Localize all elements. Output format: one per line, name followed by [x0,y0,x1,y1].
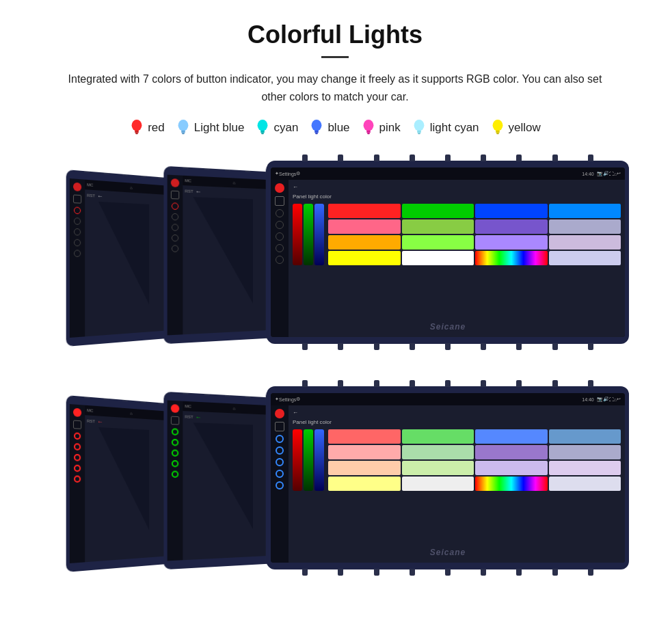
bot-cell-r1c3[interactable] [475,429,548,444]
notch [374,380,379,387]
bot-cell-r1c1[interactable] [328,429,401,444]
cell-r3c4[interactable] [549,235,621,250]
color-item-pink: pink [361,119,401,137]
bot-back-arrow[interactable]: ← [293,410,298,416]
icon-a5 [172,245,178,252]
cell-r1c4[interactable] [549,204,621,218]
cell-r2c4[interactable] [549,219,621,234]
bot-cell-r3c3[interactable] [475,461,548,475]
nav-btn-1[interactable] [276,209,284,217]
bulb-icon-pink [361,119,376,137]
notch-b [516,569,522,576]
bot-home-btn[interactable] [275,422,284,431]
cell-r1c1[interactable] [328,204,401,218]
cell-r3c2[interactable] [402,235,474,250]
bot-cell-r1c2[interactable] [402,429,474,444]
cell-r1c2[interactable] [402,204,474,218]
notch [445,155,451,161]
cell-r1c3[interactable] [475,204,548,218]
device-screen-1: MC ⌂ Set. RST ← [70,178,174,338]
cell-r2c2[interactable] [402,219,474,234]
nav-btn-2[interactable] [276,221,284,229]
bot-icon-c1 [74,433,81,440]
color-item-blue: blue [309,119,349,137]
svg-point-6 [258,120,268,131]
bottom-device-row: MC ⌂ Set. RST ← [27,383,643,588]
notch-b [374,569,379,576]
home-btn[interactable] [275,196,284,206]
bot-cell-r2c2[interactable] [402,445,474,459]
panel-light-label: Panel light color [293,193,621,200]
cell-r4c2[interactable] [402,251,474,265]
power-btn[interactable] [275,183,284,193]
notch-b [302,343,308,350]
bot-front-main: ← Panel light color [289,405,625,563]
cell-r3c3[interactable] [475,235,548,250]
nav-btn-5[interactable] [276,256,284,264]
back-arrow-main[interactable]: ← [293,184,298,190]
bot-main-1: MC ⌂ Set. RST ← [85,405,174,563]
bot-cell-r2c1[interactable] [328,445,401,459]
svg-point-3 [178,120,188,131]
bot-nav-3[interactable] [276,458,284,466]
bot-nav-4[interactable] [276,470,284,478]
cell-r3c1[interactable] [328,235,401,250]
bulb-icon-cyan [255,119,270,137]
cell-r4c3[interactable] [475,251,548,265]
svg-point-18 [492,120,502,131]
bot-nav-1[interactable] [276,435,284,443]
page-container: Colorful Lights Integrated with 7 colors… [0,0,670,615]
front-status-bar: ✦ Settings ⚙ 14:40 📷 🔊 ⛶ ⌂ ↩ [271,167,625,180]
bot-cell-r4c4[interactable] [549,477,621,491]
front-screen-top: ✦ Settings ⚙ 14:40 📷 🔊 ⛶ ⌂ ↩ [271,167,625,337]
color-label-yellow: yellow [509,121,541,135]
color-item-yellow: yellow [490,119,541,137]
color-label-pink: pink [379,121,401,135]
sidebar-2 [168,175,183,336]
bot-cell-r2c3[interactable] [475,445,548,459]
bot-nav-5[interactable] [276,481,284,489]
cell-r4c1[interactable] [328,251,401,265]
cell-r4c4[interactable] [549,251,621,265]
bulb-icon-yellow [490,119,505,137]
notch-b [302,569,308,576]
bot-cell-r4c1[interactable] [328,477,401,491]
top-device-row: MC ⌂ Set. RST ← [27,157,643,362]
perspective-triangle [98,202,149,307]
bot-cell-r2c4[interactable] [549,445,621,459]
notch [140,396,145,403]
bot-p2 [171,404,179,413]
bot-cell-r3c4[interactable] [549,461,621,475]
bot-icon-c3 [74,454,81,461]
bot-cell-r1c4[interactable] [549,429,621,444]
svg-point-9 [312,120,322,131]
bot-icon-h1 [73,420,81,429]
notch [338,380,343,387]
back-2: ← [196,188,202,196]
triangle-2 [193,197,253,305]
nav-btn-4[interactable] [276,244,284,252]
cell-r2c1[interactable] [328,219,401,234]
notch [140,170,145,177]
nav-btn-3[interactable] [276,232,284,241]
cell-r2c3[interactable] [475,219,548,234]
notch [103,170,109,174]
bot-cell-r4c2[interactable] [402,477,474,491]
bot-cell-r3c1[interactable] [328,461,401,475]
bot-nav-2[interactable] [276,446,284,455]
bot-cell-r3c2[interactable] [402,461,474,475]
bot-cell-r4c3[interactable] [475,477,548,491]
bk-bot: ↩ [617,397,621,402]
icon-power-2 [171,178,179,187]
bot-power-btn[interactable] [275,409,284,418]
palette-area-top [293,204,621,265]
svg-rect-4 [181,131,185,133]
svg-point-15 [414,120,424,131]
bulb-icon-red [129,119,144,137]
fullscreen-icon: ⛶ [609,172,614,176]
bot-front-body: ← Panel light color [271,405,625,563]
back-b2: ← [196,414,202,421]
notch-b [410,569,415,576]
bot-icon-1 [73,408,81,417]
notch [183,392,188,394]
